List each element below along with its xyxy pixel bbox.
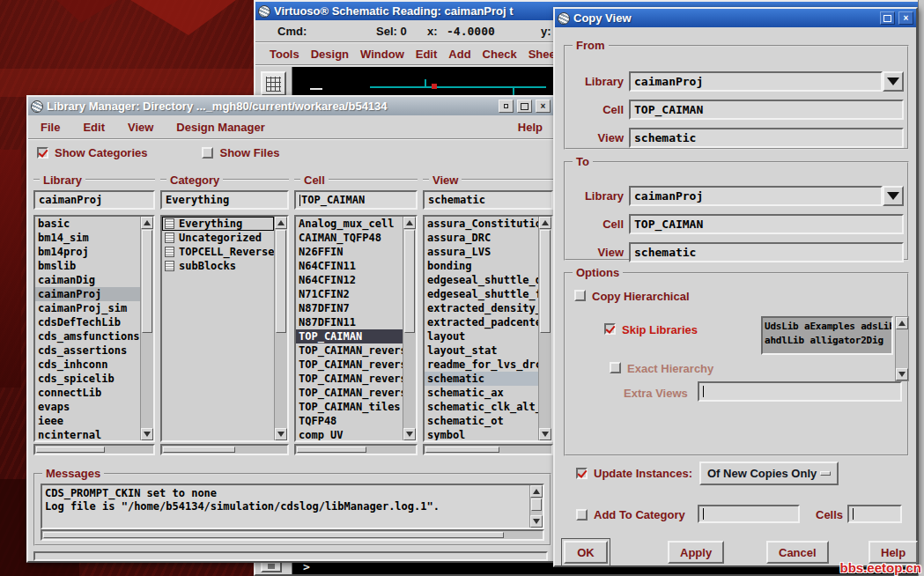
list-item[interactable]: Analog_mux_cell xyxy=(296,217,403,231)
scroll-down-icon[interactable] xyxy=(539,428,551,440)
scroll-down-icon[interactable] xyxy=(530,515,543,528)
list-item[interactable]: cds_amsfunctions xyxy=(35,329,140,343)
library-filter-input[interactable]: caimanProj xyxy=(33,190,155,210)
list-item[interactable]: bm14_sim xyxy=(35,231,140,245)
list-item[interactable]: N71CFIN2 xyxy=(296,287,403,301)
from-view-input[interactable]: schematic xyxy=(629,128,904,148)
scroll-down-icon[interactable] xyxy=(141,428,153,440)
list-item[interactable]: schematic_clk_alt_st xyxy=(425,400,538,414)
add-to-category-input[interactable] xyxy=(698,505,800,523)
from-cell-input[interactable]: TOP_CAIMAN xyxy=(629,100,904,120)
menu-window[interactable]: Window xyxy=(360,48,404,61)
menu-check[interactable]: Check xyxy=(483,48,517,61)
library-vertical-scrollbar[interactable] xyxy=(140,217,153,440)
list-item[interactable]: assura_DRC xyxy=(425,231,538,245)
list-item[interactable]: caimanDig xyxy=(35,273,140,287)
cell-filter-input[interactable]: TOP_CAIMAN xyxy=(294,190,418,210)
list-item[interactable]: cds_assertions xyxy=(35,343,140,358)
scroll-down-icon[interactable] xyxy=(403,428,416,440)
scrollbar-thumb[interactable] xyxy=(43,532,504,538)
close-button[interactable]: × xyxy=(898,11,913,25)
scroll-down-icon[interactable] xyxy=(275,428,287,440)
grid-tool-button[interactable] xyxy=(261,71,286,96)
exact-hierarchy-checkbox[interactable] xyxy=(610,362,621,373)
list-item[interactable]: Uncategorized xyxy=(162,231,274,245)
list-item[interactable]: cds_inhconn xyxy=(35,358,140,372)
list-item[interactable]: readme_for_lvs_drc xyxy=(425,358,538,372)
maximize-button[interactable] xyxy=(880,11,895,25)
to-cell-input[interactable]: TOP_CAIMAN xyxy=(629,214,904,234)
scroll-up-icon[interactable] xyxy=(275,217,287,229)
cells-input[interactable] xyxy=(847,505,902,523)
list-item[interactable]: N87DFIN7 xyxy=(296,301,403,315)
category-vertical-scrollbar[interactable] xyxy=(274,217,287,440)
list-item[interactable]: extracted_density_cl xyxy=(425,301,538,315)
scrollbar-thumb[interactable] xyxy=(425,447,499,453)
menu-design[interactable]: Design xyxy=(311,48,349,61)
list-item[interactable]: assura_Constitution xyxy=(425,217,538,231)
scrollbar-thumb[interactable] xyxy=(531,498,542,511)
list-item[interactable]: N64CFIN11 xyxy=(296,259,403,273)
list-item[interactable]: evaps xyxy=(35,400,140,414)
messages-horizontal-scrollbar[interactable] xyxy=(41,529,544,541)
update-instances-checkbox[interactable] xyxy=(576,468,588,479)
show-files-checkbox[interactable] xyxy=(202,147,213,159)
list-item[interactable]: edgeseal_shuttle_de xyxy=(425,273,538,287)
scroll-up-icon[interactable] xyxy=(539,217,551,229)
list-item[interactable]: N87DFIN11 xyxy=(296,315,403,329)
scrollbar-thumb[interactable] xyxy=(163,447,235,453)
list-item[interactable]: TOP_CAIMAN_revers xyxy=(296,372,403,386)
cell-vertical-scrollbar[interactable] xyxy=(403,217,416,440)
list-item[interactable]: bonding xyxy=(425,259,538,273)
scrollbar-thumb[interactable] xyxy=(297,447,366,453)
skip-libraries-input[interactable]: UdsLib aExamples adsLibahdlLib alligator… xyxy=(761,316,893,355)
list-item[interactable]: caimanProj_sim xyxy=(35,301,140,315)
copy-view-titlebar[interactable]: Copy View × xyxy=(555,9,916,27)
list-item[interactable]: schematic_ot xyxy=(425,414,538,428)
scroll-up-icon[interactable] xyxy=(141,217,153,229)
list-item[interactable]: bmslib xyxy=(35,259,140,273)
list-item[interactable]: layout xyxy=(425,329,538,343)
scrollbar-thumb[interactable] xyxy=(142,230,152,333)
list-item[interactable]: schematic_ax xyxy=(425,386,538,400)
view-filter-input[interactable]: schematic xyxy=(423,190,553,210)
skip-libraries-checkbox[interactable] xyxy=(604,323,616,335)
cancel-button[interactable]: Cancel xyxy=(766,541,829,564)
list-item[interactable]: CAIMAN_TQFP48 xyxy=(296,231,403,245)
cell-horizontal-scrollbar[interactable] xyxy=(294,444,418,455)
list-item[interactable]: Everything xyxy=(162,217,274,231)
list-item[interactable]: caimanProj xyxy=(35,287,140,301)
scroll-up-icon[interactable] xyxy=(403,217,416,229)
library-horizontal-scrollbar[interactable] xyxy=(33,444,155,455)
scrollbar-thumb[interactable] xyxy=(276,230,286,333)
skip-libraries-scrollbar[interactable] xyxy=(895,316,909,381)
list-item[interactable]: cdsDefTechLib xyxy=(35,315,140,329)
list-item[interactable]: N26FFIN xyxy=(296,245,403,259)
list-item[interactable]: TOP_CAIMAN_tiles xyxy=(296,400,403,414)
to-library-input[interactable]: caimanProj xyxy=(629,186,883,206)
scroll-down-icon[interactable] xyxy=(896,368,908,380)
menu-design-manager[interactable]: Design Manager xyxy=(176,121,264,134)
list-item[interactable]: symbol xyxy=(425,428,538,440)
scrollbar-thumb[interactable] xyxy=(36,447,105,453)
to-library-dropdown-button[interactable] xyxy=(883,186,904,206)
list-item[interactable]: TOP_CAIMAN_revers xyxy=(296,343,403,358)
list-item[interactable]: TOP_CAIMAN_revers xyxy=(296,386,403,400)
list-item[interactable]: TOP_CAIMAN_revers xyxy=(296,358,403,372)
list-item[interactable]: assura_LVS xyxy=(425,245,538,259)
list-item[interactable]: ncinternal xyxy=(35,428,140,440)
menu-view[interactable]: View xyxy=(128,121,153,134)
minimize-button[interactable] xyxy=(499,100,514,113)
list-item[interactable]: schematic xyxy=(425,372,538,386)
view-vertical-scrollbar[interactable] xyxy=(538,217,551,440)
list-item[interactable]: cds_spicelib xyxy=(35,372,140,386)
list-item[interactable]: comp_UV xyxy=(296,428,403,440)
category-filter-input[interactable]: Everything xyxy=(160,190,289,210)
maximize-button[interactable] xyxy=(517,100,532,113)
scrollbar-thumb[interactable] xyxy=(540,230,551,333)
menu-help[interactable]: Help xyxy=(518,121,543,134)
to-view-input[interactable]: schematic xyxy=(629,242,904,262)
extra-views-input[interactable] xyxy=(698,381,902,402)
list-item[interactable]: extracted_padcenters xyxy=(425,315,538,329)
show-categories-checkbox[interactable] xyxy=(37,147,48,159)
